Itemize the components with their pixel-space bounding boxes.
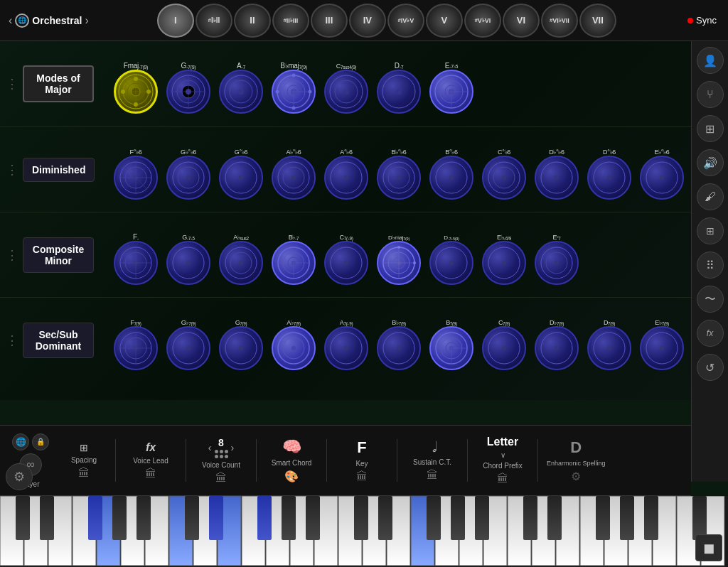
chord-bbmaj7[interactable]: B♭maj7(9) <box>268 54 319 114</box>
black-key-gs2[interactable] <box>282 496 296 540</box>
chord-circle-ebdim[interactable] <box>640 156 684 200</box>
chord-absus2[interactable]: A♭sus2 <box>215 225 267 285</box>
black-key-ds3[interactable] <box>378 496 392 540</box>
toolbar-key[interactable]: F Key 🏛 <box>330 426 394 495</box>
toolbar-sustain-ct[interactable]: 𝅗𝅥 Sustain C.T. 🏛 <box>400 426 464 495</box>
sidebar-fx-icon[interactable]: fx <box>697 320 724 347</box>
black-key-ds4[interactable] <box>547 496 562 540</box>
sec-sub-dominant-label[interactable]: Sec/SubDominant <box>23 323 94 358</box>
tab-mode-bV[interactable]: #IV♭V <box>387 4 424 38</box>
spacing-bottom-icon[interactable]: 🏛 <box>78 467 90 480</box>
black-key-ds1[interactable] <box>40 496 54 540</box>
toolbar-chord-prefix[interactable]: Letter ∨ Chord Prefix 🏛 <box>471 426 535 495</box>
chord-circle-ddim[interactable] <box>587 156 631 200</box>
chord-circle-bbm7[interactable] <box>272 241 316 285</box>
smart-chord-bottom-icon[interactable]: 🎨 <box>284 470 299 483</box>
chord-f7[interactable]: F7(9) <box>110 310 161 370</box>
chord-circle-gm7b5[interactable] <box>166 241 210 285</box>
black-key-cs2[interactable] <box>185 496 199 540</box>
chord-dm7[interactable]: D-7 <box>373 54 424 114</box>
chord-circle-fm[interactable] <box>114 241 158 285</box>
chord-bbm7[interactable]: B♭-7 <box>268 225 319 285</box>
sidebar-brush-icon[interactable]: 🖌 <box>697 183 724 210</box>
chord-circle-g7[interactable] <box>219 326 263 370</box>
chord-circle-ebb69[interactable] <box>482 241 526 285</box>
chord-c7b9[interactable]: C7(♭9) <box>321 225 372 285</box>
chord-ebb69[interactable]: E♭♭6/9 <box>478 225 530 285</box>
key-bottom-icon[interactable]: 🏛 <box>356 470 368 483</box>
chord-a7b9[interactable]: A7(♭9) <box>321 310 372 370</box>
drag-handle-2[interactable]: ⋮ <box>6 162 18 178</box>
chord-circle-c7b9[interactable] <box>324 241 368 285</box>
sidebar-volume-icon[interactable]: 🔊 <box>697 149 724 176</box>
chord-circle-gdim[interactable] <box>219 156 263 200</box>
chord-circle-dbdim[interactable] <box>535 156 579 200</box>
chord-db7[interactable]: D♭7(9) <box>531 310 582 370</box>
chord-circle-f7[interactable] <box>114 326 158 370</box>
stop-button[interactable]: ◼ <box>695 534 722 561</box>
chord-circle-am7[interactable] <box>219 70 263 114</box>
chord-em7b5[interactable]: E-7♭5 <box>426 54 477 114</box>
chord-gb7[interactable]: G♭7(9) <box>163 310 214 370</box>
tab-mode-VI[interactable]: VI <box>503 4 540 38</box>
chord-circle-fdim[interactable] <box>114 156 158 200</box>
composite-minor-label[interactable]: CompositeMinor <box>23 237 94 273</box>
drag-handle-3[interactable]: ⋮ <box>6 247 18 263</box>
chord-gdim[interactable]: G°♭6 <box>215 140 267 200</box>
black-key-cs5[interactable] <box>692 496 707 540</box>
black-key-as2[interactable] <box>306 496 320 540</box>
layer-lock-icon[interactable]: 🔒 <box>32 433 49 450</box>
sidebar-chord-grid-icon[interactable]: ⊞ <box>697 217 724 244</box>
chord-circle-b7[interactable] <box>429 326 473 370</box>
chord-gbdim[interactable]: G♭°♭6 <box>163 140 214 200</box>
chord-circle-bdim[interactable] <box>429 156 473 200</box>
chord-circle-ab7[interactable] <box>272 326 316 370</box>
chord-circle-d7[interactable] <box>587 326 631 370</box>
black-key-gs4[interactable] <box>620 496 634 540</box>
chord-dbmaj79[interactable]: D♭maj7(9) <box>373 225 424 285</box>
chord-circle-cdim[interactable] <box>482 156 526 200</box>
chord-circle-eb7[interactable] <box>640 326 684 370</box>
sync-button[interactable]: Sync <box>679 15 725 26</box>
chord-fm[interactable]: F- <box>110 225 161 285</box>
chord-circle-dbmaj79[interactable] <box>377 241 421 285</box>
chord-circle-gbdim[interactable] <box>166 156 210 200</box>
black-key-ds2-active[interactable] <box>209 496 223 540</box>
chord-gm7[interactable]: G-7(9) <box>163 54 214 114</box>
chord-fdim[interactable]: F°♭6 <box>110 140 161 200</box>
chord-circle-absus2[interactable] <box>219 241 263 285</box>
sidebar-grid-icon[interactable]: ⊞ <box>697 115 724 142</box>
chord-ebdim[interactable]: E♭°♭6 <box>636 140 687 200</box>
toolbar-enharmonic[interactable]: D Enharmonic Spelling ⚙ <box>541 426 611 495</box>
forward-arrow[interactable]: › <box>85 14 88 27</box>
chord-bdim[interactable]: B°♭6 <box>426 140 477 200</box>
chord-c7sus4[interactable]: C7sus4(9) <box>321 54 372 114</box>
drag-handle-4[interactable]: ⋮ <box>6 333 18 348</box>
toolbar-spacing[interactable]: ⊞ Spacing 🏛 <box>55 426 112 495</box>
chord-circle-bbdim[interactable] <box>377 156 421 200</box>
tab-mode-bVI[interactable]: #V♭VI <box>464 4 501 38</box>
chord-am7[interactable]: A-7 <box>215 54 267 114</box>
chord-dm7b59[interactable]: D-7♭5(9) <box>426 225 477 285</box>
chord-circle-bbmaj7[interactable] <box>272 70 316 114</box>
black-key-as1[interactable] <box>136 496 151 540</box>
black-key-fs3[interactable] <box>427 496 441 540</box>
sidebar-user-icon[interactable]: 👤 <box>697 47 724 74</box>
chord-g7[interactable]: G7(9) <box>215 310 267 370</box>
black-key-as4[interactable] <box>644 496 658 540</box>
black-key-cs1[interactable] <box>16 496 30 540</box>
chord-circle-dm7b59[interactable] <box>429 241 473 285</box>
toolbar-smart-chord[interactable]: 🧠 Smart Chord 🎨 <box>259 426 323 495</box>
tab-mode-III[interactable]: III <box>311 4 348 38</box>
chord-dbdim[interactable]: D♭°♭6 <box>531 140 582 200</box>
orchestral-label[interactable]: Orchestral <box>32 15 82 26</box>
chord-abdim[interactable]: A♭°♭6 <box>268 140 319 200</box>
chord-ddim[interactable]: D°♭6 <box>584 140 635 200</box>
chord-c7[interactable]: C7(9) <box>478 310 530 370</box>
voice-count-decrease[interactable]: ‹ <box>208 442 212 453</box>
chord-bbdim[interactable]: B♭°♭6 <box>373 140 424 200</box>
black-key-fs4[interactable] <box>596 496 610 540</box>
chord-bb7[interactable]: B♭7(9) <box>373 310 424 370</box>
black-key-cs4[interactable] <box>523 496 537 540</box>
chord-circle-adim[interactable] <box>324 156 368 200</box>
